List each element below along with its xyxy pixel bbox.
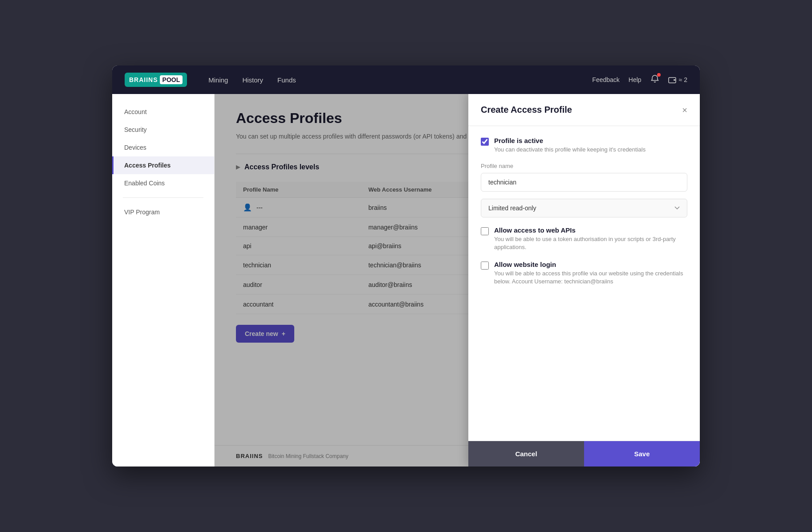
- website-login-checkbox[interactable]: [481, 262, 489, 270]
- save-button[interactable]: Save: [584, 441, 700, 467]
- content-area: Access Profiles You can set up multiple …: [215, 94, 700, 467]
- active-profile-text: Profile is active You can deactivate thi…: [494, 137, 646, 154]
- nav-funds[interactable]: Funds: [277, 74, 296, 86]
- modal-overlay: Create Access Profile × Profile is activ…: [215, 94, 700, 467]
- active-profile-label: Profile is active: [494, 137, 646, 144]
- sidebar-item-access-profiles[interactable]: Access Profiles: [112, 156, 214, 174]
- api-access-text: Allow access to web APIs You will be abl…: [494, 226, 687, 251]
- logo-text: BRAIINS: [129, 76, 158, 83]
- main-area: Account Security Devices Access Profiles…: [112, 94, 700, 467]
- svg-rect-1: [674, 79, 675, 81]
- website-login-desc: You will be able to access this profile …: [494, 270, 687, 286]
- modal-footer: Cancel Save: [468, 441, 700, 467]
- wallet-count: ≈ 2: [679, 76, 687, 83]
- api-access-checkbox[interactable]: [481, 227, 489, 235]
- api-access-label: Allow access to web APIs: [494, 226, 687, 234]
- sidebar-item-devices[interactable]: Devices: [112, 139, 214, 156]
- nav-links: Mining History Funds: [208, 74, 592, 86]
- top-nav: BRAIINS POOL Mining History Funds Feedba…: [112, 65, 700, 94]
- sidebar-divider: [123, 197, 203, 198]
- feedback-link[interactable]: Feedback: [592, 76, 619, 83]
- logo-pool: POOL: [160, 75, 183, 84]
- nav-mining[interactable]: Mining: [208, 74, 228, 86]
- permission-select[interactable]: Limited read-only Read-only Full access: [481, 199, 687, 217]
- modal-close-button[interactable]: ×: [682, 106, 687, 115]
- website-login-row: Allow website login You will be able to …: [481, 261, 687, 286]
- sidebar-item-enabled-coins[interactable]: Enabled Coins: [112, 174, 214, 192]
- notification-dot: [657, 73, 661, 77]
- wallet-area[interactable]: ≈ 2: [668, 76, 687, 83]
- active-profile-desc: You can deactivate this profile while ke…: [494, 146, 646, 154]
- api-access-row: Allow access to web APIs You will be abl…: [481, 226, 687, 251]
- help-link[interactable]: Help: [629, 76, 641, 83]
- sidebar: Account Security Devices Access Profiles…: [112, 94, 215, 467]
- modal-title: Create Access Profile: [481, 105, 572, 115]
- nav-history[interactable]: History: [242, 74, 263, 86]
- notifications-bell[interactable]: [650, 74, 659, 85]
- active-profile-checkbox[interactable]: [481, 138, 489, 146]
- logo-area: BRAIINS POOL: [125, 73, 187, 87]
- profile-name-input[interactable]: [481, 173, 687, 192]
- profile-name-label: Profile name: [481, 163, 687, 169]
- active-profile-row: Profile is active You can deactivate thi…: [481, 137, 687, 154]
- sidebar-item-security[interactable]: Security: [112, 121, 214, 139]
- api-access-desc: You will be able to use a token authoris…: [494, 235, 687, 251]
- website-login-label: Allow website login: [494, 261, 687, 268]
- create-access-profile-modal: Create Access Profile × Profile is activ…: [468, 94, 700, 467]
- logo-box: BRAIINS POOL: [125, 73, 187, 87]
- cancel-button[interactable]: Cancel: [468, 441, 584, 467]
- nav-right: Feedback Help ≈ 2: [592, 74, 687, 85]
- sidebar-item-vip-program[interactable]: VIP Program: [112, 203, 214, 221]
- sidebar-item-account[interactable]: Account: [112, 103, 214, 121]
- modal-body: Profile is active You can deactivate thi…: [468, 126, 700, 441]
- website-login-text: Allow website login You will be able to …: [494, 261, 687, 286]
- modal-header: Create Access Profile ×: [468, 94, 700, 126]
